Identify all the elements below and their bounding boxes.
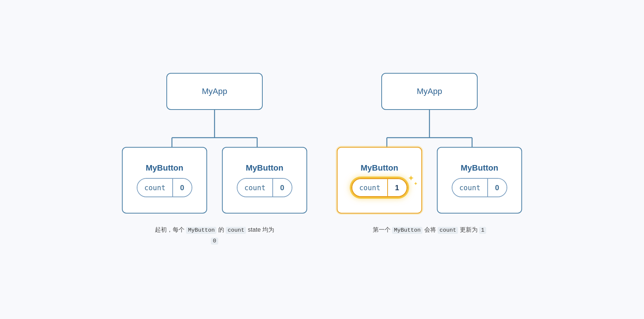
- diagram1-button1-node: MyButton count 0: [122, 147, 207, 214]
- diagram2-button2-label: MyButton: [461, 163, 498, 173]
- diagram1-vert-line-top: [214, 110, 215, 128]
- diagram1-desc-prop: count: [226, 227, 246, 234]
- diagram2-desc-mid2: 更新为: [460, 226, 478, 233]
- page-container: MyApp MyButton count: [100, 58, 544, 261]
- diagram2-tree: MyApp MyButton count: [337, 73, 522, 214]
- diagram2-desc-mid1: 会将: [424, 226, 436, 233]
- diagram2-button1-node: MyButton count 1 ✦ ✦: [337, 147, 422, 214]
- diagram2-h-connector: [372, 128, 487, 147]
- diagram2-button2-count-label: count: [452, 179, 488, 197]
- diagram2-desc-prop: count: [438, 227, 458, 234]
- diagram1-children: MyButton count 0 MyButton count 0: [122, 147, 307, 214]
- diagram2-myapp-label: MyApp: [417, 87, 442, 96]
- diagram1-button1-count-value: 0: [173, 179, 192, 197]
- diagram1-h-connector: [157, 128, 272, 147]
- diagram2-button2-pill: count 0: [452, 178, 507, 197]
- diagram2-myapp-node: MyApp: [381, 73, 478, 110]
- diagram1-tree: MyApp MyButton count: [122, 73, 307, 214]
- diagram1-button1-label: MyButton: [146, 163, 183, 173]
- diagram1-desc-prefix: 起初，每个: [155, 226, 185, 233]
- diagram1-button2-node: MyButton count 0: [222, 147, 307, 214]
- diagram2-description: 第一个 MyButton 会将 count 更新为 1: [373, 225, 486, 235]
- sparkle-icon-2: ✦: [414, 181, 418, 186]
- diagram2-desc-comp: MyButton: [392, 227, 422, 234]
- diagram2-button1-count-value: 1: [388, 179, 406, 196]
- diagram1-button1-count-label: count: [137, 179, 173, 197]
- diagram1-desc-mid2: state 均为: [248, 226, 274, 233]
- diagram-1: MyApp MyButton count: [122, 73, 307, 246]
- diagram1-button2-count-label: count: [238, 179, 273, 197]
- diagram1-desc-value: 0: [211, 238, 218, 245]
- diagram1-button2-label: MyButton: [246, 163, 283, 173]
- diagram2-button2-node: MyButton count 0: [437, 147, 522, 214]
- diagram2-button1-label: MyButton: [361, 163, 398, 173]
- diagram2-button1-count-label: count: [352, 179, 388, 196]
- diagram1-button2-pill: count 0: [237, 178, 292, 197]
- diagram1-desc-mid1: 的: [218, 226, 224, 233]
- diagram1-description: 起初，每个 MyButton 的 count state 均为 0: [155, 225, 274, 246]
- diagram2-desc-value: 1: [479, 227, 486, 234]
- diagram2-button2-count-value: 0: [488, 179, 507, 197]
- diagram2-button1-pill-wrapper: count 1 ✦ ✦: [351, 178, 407, 197]
- diagram2-vert-line-top: [429, 110, 430, 128]
- diagram1-myapp-label: MyApp: [202, 87, 227, 96]
- diagram2-desc-prefix: 第一个: [373, 226, 391, 233]
- diagram1-button2-count-value: 0: [273, 179, 292, 197]
- diagram1-button1-pill: count 0: [137, 178, 192, 197]
- diagram-2: MyApp MyButton count: [337, 73, 522, 235]
- diagram2-button1-pill: count 1: [351, 178, 407, 197]
- diagram1-myapp-node: MyApp: [166, 73, 263, 110]
- diagram2-children: MyButton count 1 ✦ ✦ MyButton count: [337, 147, 522, 214]
- diagram1-desc-comp: MyButton: [186, 227, 216, 234]
